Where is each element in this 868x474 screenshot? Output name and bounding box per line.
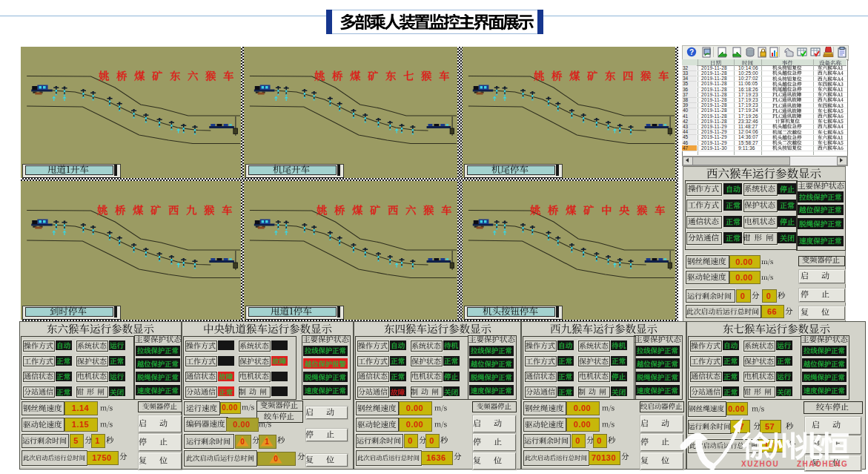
- svg-text:?: ?: [689, 48, 694, 56]
